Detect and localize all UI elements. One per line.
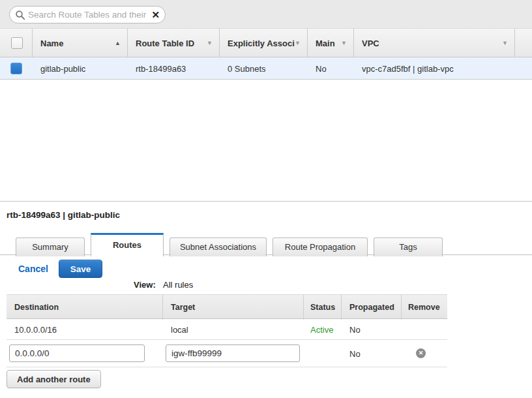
routes-column-remove: Remove: [402, 295, 447, 320]
select-all-checkbox[interactable]: [11, 37, 23, 49]
chevron-down-icon: ▼: [207, 40, 213, 46]
remove-route-icon[interactable]: ✕: [416, 348, 426, 358]
table-row-gitlab-public[interactable]: gitlab-public rtb-18499a63 0 Subnets No …: [0, 57, 532, 80]
cell-route-table-id: rtb-18499a63: [128, 57, 220, 80]
routes-column-status: Status: [304, 295, 342, 320]
routes-table-header: Destination Target Status Propagated Rem…: [7, 294, 447, 319]
routes-column-destination: Destination: [7, 295, 163, 320]
cancel-button[interactable]: Cancel: [18, 264, 48, 274]
chevron-down-icon: ▼: [341, 40, 347, 46]
route-propagated: No: [349, 340, 361, 367]
search-input[interactable]: [28, 10, 151, 20]
tab-subnet-associations[interactable]: Subnet Associations: [170, 237, 267, 256]
cell-vpc: vpc-c7ad5fbf | gitlab-vpc: [354, 57, 532, 80]
route-row-local: 10.0.0.0/16 local Active No: [7, 319, 447, 340]
view-value: All rules: [163, 280, 193, 290]
routes-table: Destination Target Status Propagated Rem…: [7, 294, 447, 367]
route-tables-header-row: Name ▲ Route Table ID ▼ Explicitly Assoc…: [0, 29, 532, 57]
chevron-down-icon: ▼: [295, 40, 301, 46]
column-header-main[interactable]: Main ▼: [308, 29, 354, 57]
route-status: Active: [310, 319, 333, 340]
search-box[interactable]: ✕: [9, 6, 166, 23]
detail-panel-title: rtb-18499a63 | gitlab-public: [7, 210, 120, 220]
sort-ascending-icon: ▲: [115, 40, 121, 46]
column-header-route-table-id[interactable]: Route Table ID ▼: [128, 29, 220, 57]
view-label: View:: [134, 280, 156, 290]
column-label-explicitly-associated: Explicitly Associat: [228, 38, 295, 48]
column-label-name: Name: [40, 38, 63, 48]
column-header-explicitly-associated[interactable]: Explicitly Associat ▼: [220, 29, 308, 57]
route-destination: 10.0.0.0/16: [14, 319, 57, 340]
tab-route-propagation[interactable]: Route Propagation: [273, 237, 368, 256]
chevron-down-icon: ▼: [502, 40, 508, 46]
tab-tags[interactable]: Tags: [374, 237, 443, 256]
row-checkbox[interactable]: [10, 63, 22, 74]
tab-routes[interactable]: Routes: [91, 233, 164, 256]
cell-name: gitlab-public: [33, 57, 128, 80]
destination-input[interactable]: [9, 344, 145, 362]
route-tables-page: ✕ Name ▲ Route Table ID ▼ Explicitly Ass…: [0, 0, 532, 398]
spacer-cell: [515, 29, 532, 57]
route-row-new: No ✕: [7, 340, 447, 367]
routes-column-target: Target: [163, 295, 304, 320]
column-label-vpc: VPC: [362, 38, 379, 48]
tab-summary[interactable]: Summary: [16, 237, 85, 256]
column-label-route-table-id: Route Table ID: [136, 38, 194, 48]
column-label-main: Main: [316, 38, 335, 48]
route-propagated: No: [349, 319, 361, 340]
cell-main: No: [308, 57, 354, 80]
cell-explicitly-associated: 0 Subnets: [220, 57, 308, 80]
column-header-vpc[interactable]: VPC ▼: [354, 29, 515, 57]
routes-column-propagated: Propagated: [342, 295, 402, 320]
search-icon: [15, 10, 25, 20]
column-header-name[interactable]: Name ▲: [33, 29, 128, 57]
clear-search-icon[interactable]: ✕: [151, 10, 160, 20]
detail-tabs: Summary Routes Subnet Associations Route…: [16, 233, 449, 256]
save-button[interactable]: Save: [59, 260, 102, 278]
panel-divider: [0, 201, 532, 202]
search-toolbar: ✕: [0, 0, 532, 29]
target-input[interactable]: [166, 344, 300, 362]
add-another-route-button[interactable]: Add another route: [7, 370, 101, 388]
row-checkbox-cell: [0, 57, 33, 80]
select-all-cell: [0, 29, 33, 57]
route-target: local: [171, 319, 188, 340]
